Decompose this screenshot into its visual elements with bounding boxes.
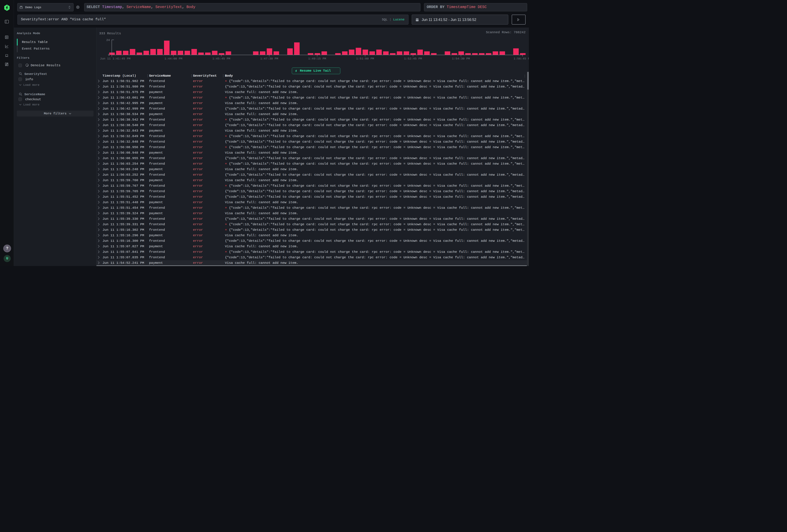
svg-text:24: 24 bbox=[106, 38, 110, 42]
svg-text:0: 0 bbox=[108, 53, 110, 57]
svg-text:1:47:30 PM: 1:47:30 PM bbox=[260, 57, 278, 60]
svg-text:1:52:45 PM: 1:52:45 PM bbox=[404, 57, 422, 60]
svg-text:Jun 11 1:41:45 PM: Jun 11 1:41:45 PM bbox=[100, 57, 130, 60]
svg-text:1:45:45 PM: 1:45:45 PM bbox=[212, 57, 230, 60]
svg-text:1:54:30 PM: 1:54:30 PM bbox=[452, 57, 470, 60]
svg-text:1:51:00 PM: 1:51:00 PM bbox=[356, 57, 374, 60]
svg-text:1:56:45 PM: 1:56:45 PM bbox=[514, 57, 529, 60]
svg-text:1:44:00 PM: 1:44:00 PM bbox=[164, 57, 182, 60]
svg-text:1:49:15 PM: 1:49:15 PM bbox=[308, 57, 326, 60]
